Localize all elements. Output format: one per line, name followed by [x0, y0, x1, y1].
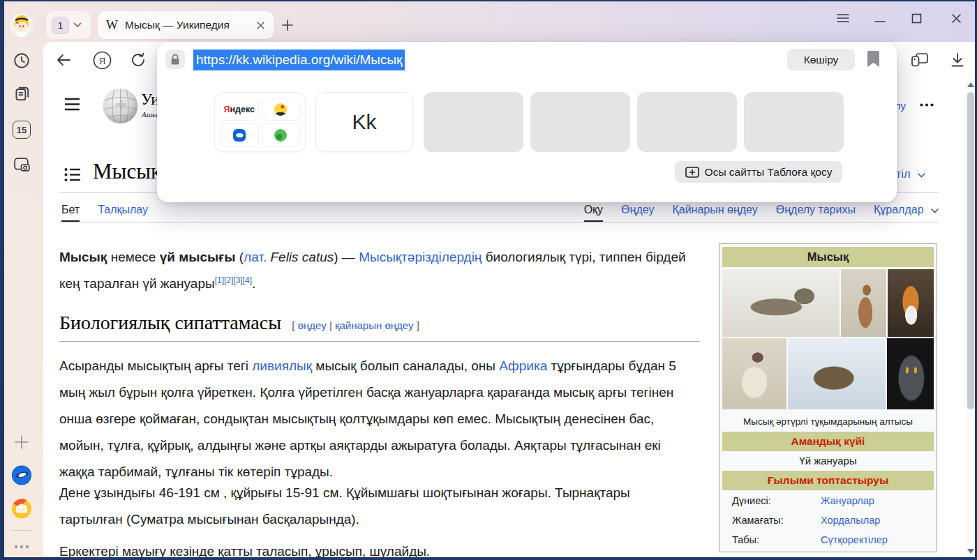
cat-photo-gray[interactable]: [887, 338, 934, 409]
taxonomy-label: Дүниесі:: [722, 495, 821, 506]
downloads-button[interactable]: [948, 50, 967, 70]
browser-menu-button[interactable]: [835, 10, 851, 27]
tablo-tile-empty-3[interactable]: [637, 92, 737, 152]
add-tile-icon: [685, 167, 699, 178]
tab-edit-source[interactable]: Қайнарын өңдеу: [672, 204, 757, 222]
link-felidae[interactable]: Мысықтәрізділердің: [359, 250, 482, 264]
wiki-contents-button[interactable]: [64, 167, 81, 182]
tab-history[interactable]: Өңделу тарихы: [776, 204, 856, 222]
contents-list-icon: [64, 167, 81, 182]
yandex-disk-button[interactable]: [12, 465, 31, 485]
tablo-tile-empty-2[interactable]: [530, 92, 630, 152]
scroll-down-arrow[interactable]: [967, 549, 974, 554]
history-button[interactable]: [12, 51, 31, 70]
sidebar-more-button[interactable]: [12, 537, 31, 557]
tab-read[interactable]: Оқу: [584, 204, 603, 222]
section-edit-link[interactable]: өңдеу: [298, 319, 327, 331]
new-tab-button[interactable]: [278, 15, 297, 35]
screenshot-icon: [13, 156, 31, 174]
cat-photo-collage: [722, 269, 934, 409]
yandex-search-tile[interactable]: Яндекс: [220, 98, 259, 121]
tab-tools[interactable]: Құралдар: [874, 204, 939, 222]
link-libyan[interactable]: ливиялық: [252, 358, 312, 373]
taxonomy-link-mammals[interactable]: Сүтқоректілер: [821, 534, 888, 545]
bookmark-icon: [867, 51, 879, 67]
refresh-icon: [130, 52, 147, 68]
taxobox: Мысық Мысық әртүрлі тұқымдарының алтысы …: [719, 243, 937, 552]
tablo-tile-yandex-group[interactable]: Яндекс: [214, 92, 306, 152]
yandex-images-tile[interactable]: [262, 98, 301, 121]
chevron-down-icon: [918, 173, 925, 178]
wikipedia-logo[interactable]: [102, 86, 139, 126]
link-africa[interactable]: Африка: [499, 358, 547, 373]
tab-counter-button[interactable]: 15: [12, 120, 31, 139]
documents-button[interactable]: [12, 84, 31, 104]
ref-2[interactable]: [2]: [224, 275, 233, 285]
infobox-caption: Мысық әртүрлі тұқымдарының алтысы: [722, 411, 934, 431]
scroll-up-arrow[interactable]: [967, 82, 974, 87]
profile-avatar[interactable]: [10, 13, 33, 37]
tablo-tile-empty-4[interactable]: [744, 92, 844, 152]
bookmark-button[interactable]: [867, 51, 879, 67]
ref-4[interactable]: [4]: [243, 275, 252, 285]
chevron-down-icon: [73, 22, 82, 28]
add-panel-button[interactable]: [12, 432, 31, 452]
cat-photo-siamese[interactable]: [722, 338, 786, 409]
latin-name: Felis catus: [270, 250, 334, 264]
add-to-tablo-label: Осы сайтты Таблоға қосу: [705, 166, 833, 179]
wiki-more-button[interactable]: [920, 103, 934, 107]
window-frame-bottom: [0, 557, 977, 560]
taxonomy-link-chordata[interactable]: Хордалылар: [821, 515, 880, 526]
wikipedia-favicon: W: [106, 18, 118, 33]
wiki-menu-button[interactable]: [64, 98, 80, 111]
back-arrow-icon: [55, 53, 72, 67]
yandex-mail-button[interactable]: [12, 499, 31, 518]
minimize-button[interactable]: [872, 10, 888, 27]
back-button[interactable]: [54, 50, 73, 70]
refresh-button[interactable]: [128, 50, 148, 70]
tab-talk[interactable]: Талқылау: [98, 204, 148, 222]
green-service-icon: [274, 129, 287, 142]
intro-bold-title: Мысық: [59, 250, 107, 264]
tab-article[interactable]: Бет: [61, 204, 80, 222]
section-edit-source-link[interactable]: қайнарын өңдеу: [335, 319, 414, 331]
taxonomy-row-phylum: Жамағаты: Хордалылар: [722, 510, 934, 530]
minimize-icon: [874, 13, 886, 23]
cat-photo-abyssinian[interactable]: [841, 269, 886, 337]
kk-tile-label: Kk: [316, 93, 412, 151]
ref-3[interactable]: [3]: [233, 275, 242, 285]
browser-tab-active[interactable]: W Мысық — Уикипедия: [98, 11, 274, 39]
cat-photo-tabby-snow[interactable]: [788, 338, 886, 409]
tab-group-pill[interactable]: 1: [46, 11, 91, 39]
collections-button[interactable]: [910, 50, 930, 70]
article-intro: Мысық немесе үй мысығы (лат. Felis catus…: [59, 244, 691, 297]
ref-1[interactable]: [1]: [215, 275, 224, 285]
screenshot-button[interactable]: [12, 155, 31, 174]
tablo-tile-kk-wikipedia[interactable]: Kk: [315, 92, 413, 152]
link-latin[interactable]: лат.: [244, 250, 267, 264]
cat-photo-orange-white[interactable]: [888, 269, 934, 337]
tab-group-count[interactable]: 1: [52, 17, 69, 34]
tabs-divider: [59, 222, 939, 222]
yandex-disk-icon: [12, 464, 31, 487]
site-security-chip[interactable]: [165, 50, 185, 69]
scrollbar-thumb[interactable]: [967, 92, 974, 409]
yandex-images-icon: [274, 103, 287, 116]
yandex-services-tile[interactable]: [262, 123, 301, 146]
cat-photo-tabby-lying[interactable]: [722, 269, 840, 337]
taxonomy-label: Табы:: [722, 534, 821, 545]
yandex-logo-icon: Я: [93, 51, 112, 70]
window-frame-left: [0, 0, 4, 560]
close-tab-icon[interactable]: [256, 21, 265, 30]
yandex-disk-tile[interactable]: [220, 123, 259, 146]
close-window-button[interactable]: [948, 10, 964, 27]
close-icon: [951, 13, 962, 24]
yandex-search-button[interactable]: Я: [92, 50, 112, 70]
url-input[interactable]: https://kk.wikipedia.org/wiki/Мысық: [193, 50, 405, 70]
taxonomy-link-animals[interactable]: Жануарлар: [821, 495, 874, 506]
tablo-tile-empty-1[interactable]: [424, 92, 523, 152]
maximize-button[interactable]: [908, 10, 925, 27]
tab-edit[interactable]: Өңдеу: [621, 204, 654, 222]
copy-url-button[interactable]: Көшіру: [787, 49, 855, 70]
add-to-tablo-button[interactable]: Осы сайтты Таблоға қосу: [675, 161, 842, 183]
